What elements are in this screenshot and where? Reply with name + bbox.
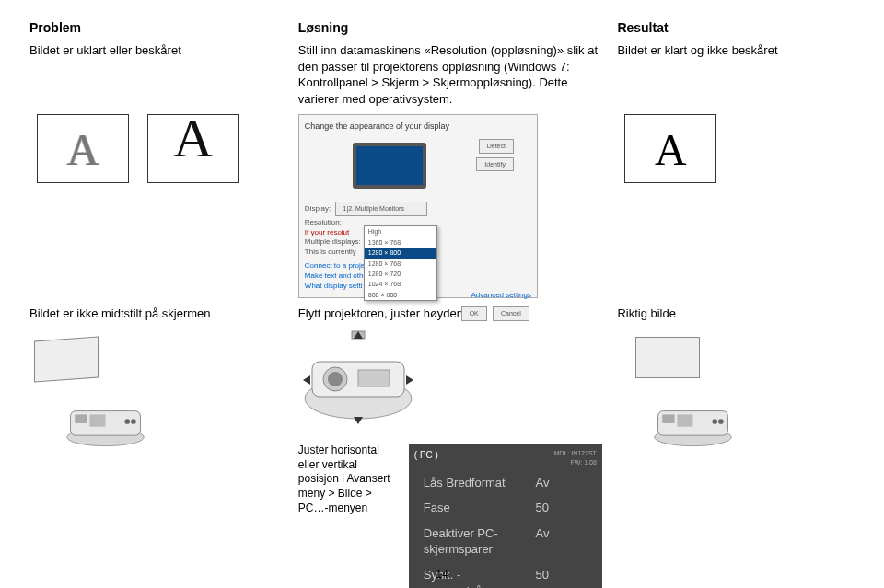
letter-a-blurry: A bbox=[37, 114, 129, 183]
svg-rect-3 bbox=[89, 414, 105, 426]
sd-title: Change the appearance of your display bbox=[305, 121, 531, 132]
res-option[interactable]: 1024 × 768 bbox=[365, 279, 436, 289]
label-resolution: Resolution: bbox=[305, 218, 342, 226]
display-select[interactable]: 1|2. Multiple Monitors bbox=[335, 202, 427, 215]
svg-point-20 bbox=[713, 419, 718, 424]
svg-marker-13 bbox=[303, 375, 310, 385]
svg-marker-14 bbox=[406, 375, 413, 385]
svg-rect-12 bbox=[358, 370, 390, 386]
projector-icon bbox=[649, 394, 737, 449]
monitor-icon bbox=[353, 143, 426, 189]
letter-a-cut: A bbox=[147, 114, 239, 183]
row1-solution-image: Change the appearance of your display De… bbox=[291, 110, 611, 302]
row1-problem: Bildet er uklart eller beskåret bbox=[22, 39, 291, 110]
row2-result: Riktig bilde bbox=[610, 302, 862, 326]
menu-mdl: MDL: IN122ST bbox=[554, 450, 597, 456]
svg-point-11 bbox=[328, 372, 343, 386]
res-option[interactable]: 1280 × 800 bbox=[365, 248, 436, 258]
row2-result-image bbox=[610, 326, 862, 588]
detect-button[interactable]: Detect bbox=[479, 139, 514, 153]
projector-icon bbox=[62, 394, 149, 449]
svg-marker-15 bbox=[354, 417, 363, 424]
svg-rect-2 bbox=[75, 414, 87, 423]
res-option[interactable]: 1360 × 768 bbox=[365, 237, 436, 248]
menu-fw: FW: 1.08 bbox=[571, 459, 597, 466]
menu-row[interactable]: Deaktiver PC-skjermsparerAv bbox=[416, 522, 595, 561]
row1-result-image: A bbox=[610, 110, 862, 302]
row1-problem-image: A A bbox=[22, 110, 291, 302]
svg-point-4 bbox=[124, 419, 130, 424]
svg-point-21 bbox=[718, 419, 724, 424]
cancel-button[interactable]: Cancel bbox=[493, 306, 529, 320]
screen-tilted bbox=[34, 336, 99, 382]
projector-adjust bbox=[298, 329, 418, 435]
letter-a-clear: A bbox=[624, 114, 716, 183]
res-option[interactable]: 1280 × 768 bbox=[365, 259, 436, 269]
res-option[interactable]: 1280 × 720 bbox=[365, 269, 436, 279]
label-display: Display: bbox=[305, 204, 331, 213]
page-number: 14 bbox=[0, 568, 884, 581]
row2-problem-image bbox=[22, 326, 291, 588]
header-solution: Løsning bbox=[291, 17, 611, 39]
menu-row[interactable]: Lås BredformatAv bbox=[416, 471, 595, 495]
ok-button[interactable]: OK bbox=[461, 306, 487, 320]
identify-button[interactable]: Identify bbox=[476, 157, 514, 171]
row1-result: Bildet er klart og ikke beskåret bbox=[610, 39, 862, 110]
svg-rect-19 bbox=[678, 414, 693, 426]
label-multiple: Multiple displays: bbox=[305, 237, 361, 246]
header-result: Resultat bbox=[610, 17, 862, 39]
windows-display-settings: Change the appearance of your display De… bbox=[298, 114, 538, 298]
row1-solution: Still inn datamaskinens «Resolution (opp… bbox=[291, 39, 611, 110]
screen-projector-off bbox=[29, 329, 149, 449]
resolution-dropdown[interactable]: High 1360 × 768 1280 × 800 1280 × 768 12… bbox=[364, 225, 437, 301]
row2-solution-image: Juster horisontal eller vertikal posisjo… bbox=[291, 326, 611, 588]
header-problem: Problem bbox=[22, 17, 291, 39]
row2-solution2: Juster horisontal eller vertikal posisjo… bbox=[298, 444, 400, 515]
row2-problem: Bildet er ikke midtstilt på skjermen bbox=[22, 302, 291, 326]
svg-rect-18 bbox=[663, 414, 675, 423]
screen-centered bbox=[635, 337, 700, 378]
projector-front-icon bbox=[298, 329, 418, 431]
svg-point-5 bbox=[131, 419, 136, 424]
screen-projector-ok bbox=[617, 329, 737, 449]
res-option[interactable]: 800 × 600 bbox=[365, 290, 436, 300]
menu-pc-label: ( PC ) bbox=[414, 450, 438, 460]
menu-row[interactable]: Fase50 bbox=[416, 496, 595, 520]
res-high-label: High bbox=[365, 226, 436, 236]
osd-menu: ( PC ) MDL: IN122ST FW: 1.08 Lås Bredfor… bbox=[409, 444, 602, 588]
